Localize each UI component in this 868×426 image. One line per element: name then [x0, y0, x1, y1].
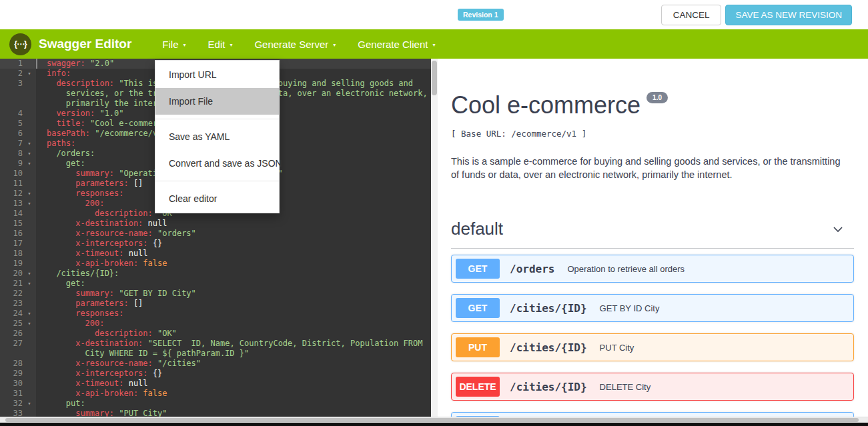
- token: "PUT City": [114, 409, 167, 417]
- chevron-down-icon[interactable]: [831, 223, 845, 236]
- line-number: 23: [0, 299, 23, 309]
- token: parameters:: [75, 179, 128, 188]
- operation-path: /cities/{ID}: [510, 341, 587, 354]
- file-menu-item-convert-and-save-as-json[interactable]: Convert and save as JSON: [155, 150, 279, 177]
- line-number: 29: [0, 369, 23, 379]
- menu-divider: [155, 119, 279, 119]
- token: description:: [56, 79, 114, 88]
- gutter-cell: 33: [0, 409, 36, 417]
- file-menu-item-import-file[interactable]: Import File: [155, 88, 279, 115]
- gutter-cell: 15: [0, 219, 36, 229]
- horizontal-scrollbar[interactable]: [0, 417, 868, 423]
- line-number: 9: [0, 159, 23, 169]
- menu-file[interactable]: File▾: [162, 39, 185, 50]
- save-as-new-revision-button[interactable]: SAVE AS NEW REVISION: [725, 5, 852, 25]
- fold-toggle-icon[interactable]: ▾: [23, 149, 36, 159]
- operation-path: /orders: [510, 263, 554, 275]
- token: {}: [148, 369, 163, 378]
- gutter-cell: 7▾: [0, 139, 36, 149]
- code-line: 30x-timeout: null: [0, 379, 431, 389]
- code-text: x-interceptors: {}: [36, 239, 431, 249]
- token: description:: [95, 329, 153, 338]
- method-badge: GET: [456, 298, 500, 318]
- fold-spacer: [23, 339, 36, 349]
- fold-toggle-icon[interactable]: ▾: [23, 189, 36, 199]
- token: "/cities": [153, 359, 201, 368]
- token: summary:: [75, 409, 114, 417]
- fold-toggle-icon[interactable]: ▾: [23, 319, 36, 329]
- gutter-cell: 9▾: [0, 159, 36, 169]
- fold-toggle-icon[interactable]: ▾: [23, 139, 36, 149]
- fold-spacer: [23, 219, 36, 229]
- token: 200:: [85, 319, 105, 328]
- token: responses:: [75, 309, 123, 318]
- caret-down-icon: ▾: [183, 41, 186, 48]
- code-text: summary: "PUT City": [36, 409, 431, 417]
- operation-description: DELETE City: [600, 382, 651, 392]
- operation-description: PUT City: [600, 343, 634, 353]
- fold-toggle-icon[interactable]: ▾: [23, 399, 36, 409]
- code-line: 22summary: "GET BY ID City": [0, 289, 431, 299]
- operation-get-orders[interactable]: GET/ordersOperation to retrieve all orde…: [451, 255, 854, 283]
- fold-spacer: [23, 209, 36, 219]
- fold-toggle-icon[interactable]: ▾: [23, 199, 36, 209]
- editor-vertical-scrollbar[interactable]: [431, 59, 438, 417]
- editor-vertical-scrollbar-thumb[interactable]: [432, 61, 437, 95]
- code-text: x-api-broken: false: [36, 259, 431, 269]
- menu-generate-client[interactable]: Generate Client▾: [358, 39, 435, 50]
- menu-label: Generate Server: [254, 39, 328, 50]
- main-split: 1swagger: "2.0"2▾info:3description: "Thi…: [0, 59, 868, 417]
- token: "SELECT ID, Name, CountryCode, District,…: [143, 339, 422, 348]
- code-text: parameters: []: [36, 299, 431, 309]
- token: false: [138, 389, 167, 398]
- api-title-row: Cool e-commerce 1.0: [451, 92, 854, 119]
- line-number: 8: [0, 149, 23, 159]
- fold-spacer: [23, 369, 36, 379]
- gutter-cell: 26: [0, 329, 36, 339]
- fold-toggle-icon[interactable]: ▾: [23, 269, 36, 279]
- gutter-cell: 13▾: [0, 199, 36, 209]
- menu-edit[interactable]: Edit▾: [208, 39, 233, 50]
- line-number: 22: [0, 289, 23, 299]
- code-line: 29x-interceptors: {}: [0, 369, 431, 379]
- token: City WHERE ID = ${ pathParam.ID }": [85, 349, 250, 358]
- line-number: 33: [0, 409, 23, 417]
- method-badge: DELETE: [456, 377, 500, 397]
- file-menu-item-import-url[interactable]: Import URL: [155, 61, 279, 88]
- line-number: 12: [0, 189, 23, 199]
- line-number: 17: [0, 239, 23, 249]
- token: null: [143, 219, 167, 228]
- line-number: 30: [0, 379, 23, 389]
- operation-put-cities-id[interactable]: PUT/cities/{ID}PUT City: [451, 333, 854, 361]
- menu-generate-server[interactable]: Generate Server▾: [254, 39, 336, 50]
- fold-toggle-icon[interactable]: ▾: [23, 159, 36, 169]
- token: info:: [47, 69, 71, 78]
- file-menu-item-save-as-yaml[interactable]: Save as YAML: [155, 123, 279, 150]
- token: x-destination:: [75, 219, 143, 228]
- fold-spacer: [23, 119, 36, 129]
- line-number: 27: [0, 339, 23, 349]
- code-text: x-resource-name: "/cities": [36, 359, 431, 369]
- code-line: 32▾put:: [0, 399, 431, 409]
- section-default-header[interactable]: default: [451, 219, 854, 249]
- fold-toggle-icon[interactable]: ▾: [23, 309, 36, 319]
- code-text: put:: [36, 399, 431, 409]
- token: summary:: [75, 169, 114, 178]
- operation-delete-cities-id[interactable]: DELETE/cities/{ID}DELETE City: [451, 373, 854, 401]
- line-number: 28: [0, 359, 23, 369]
- fold-toggle-icon[interactable]: ▾: [23, 279, 36, 289]
- horizontal-scrollbar-thumb[interactable]: [5, 418, 859, 422]
- code-line: 33summary: "PUT City": [0, 409, 431, 417]
- gutter-cell: 21▾: [0, 279, 36, 289]
- fold-toggle-icon[interactable]: ▾: [23, 69, 36, 79]
- cancel-button[interactable]: CANCEL: [661, 5, 722, 25]
- code-text: /cities/{ID}:: [36, 269, 431, 279]
- gutter-cell: 22: [0, 289, 36, 299]
- operation-get-cities[interactable]: GET/citiesGET City: [451, 412, 854, 417]
- line-number: 2: [0, 69, 23, 79]
- code-line: 16x-resource-name: "orders": [0, 229, 431, 239]
- token: "GET BY ID City": [114, 289, 196, 298]
- line-number: 6: [0, 129, 23, 139]
- operation-get-cities-id[interactable]: GET/cities/{ID}GET BY ID City: [451, 294, 854, 322]
- file-menu-item-clear-editor[interactable]: Clear editor: [155, 185, 279, 212]
